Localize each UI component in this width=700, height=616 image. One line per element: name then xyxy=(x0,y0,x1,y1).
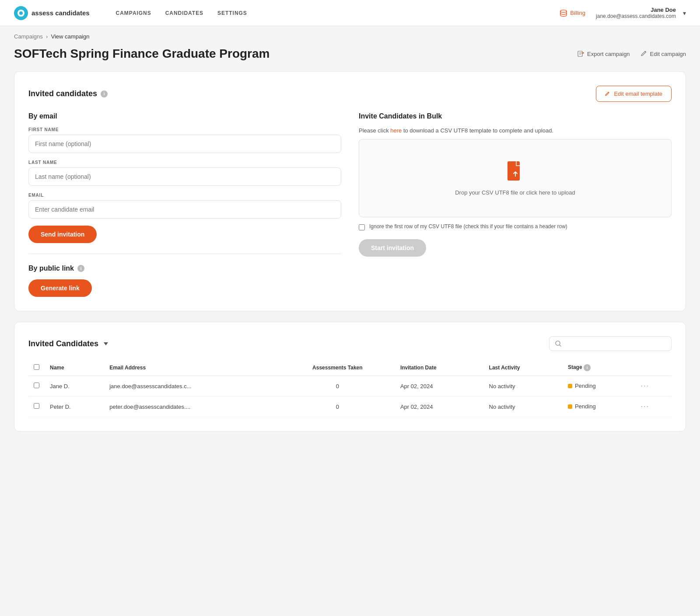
row-assessments-0: 0 xyxy=(280,376,395,397)
status-label-0: Pending xyxy=(575,383,596,389)
csv-header-label: Ignore the first row of my CSV UTF8 file… xyxy=(369,223,567,230)
breadcrumb-current: View campaign xyxy=(51,33,90,40)
public-link-info-icon[interactable]: i xyxy=(77,265,84,272)
status-dot-1 xyxy=(568,404,572,409)
edit-email-icon xyxy=(605,91,611,97)
invite-card-header: Invited candidates i Edit email template xyxy=(28,86,672,102)
logo-text: assess candidates xyxy=(32,9,90,17)
page-title: SOFTech Spring Finance Graduate Program xyxy=(14,47,270,61)
col-stage: Stage i xyxy=(563,360,636,376)
nav-settings[interactable]: SETTINGS xyxy=(217,10,247,16)
table-header-row: Name Email Address Assessments Taken Inv… xyxy=(28,360,672,376)
bulk-description: Please click here to download a CSV UTF8… xyxy=(359,127,672,134)
table-body: Jane D. jane.doe@assesscandidates.c... 0… xyxy=(28,376,672,417)
table-title: Invited Candidates xyxy=(28,339,108,348)
nav-right: Billing Jane Doe jane.doe@assess.candida… xyxy=(560,7,686,19)
filter-icon[interactable] xyxy=(104,342,108,345)
edit-campaign-button[interactable]: Edit campaign xyxy=(640,50,686,57)
generate-link-button[interactable]: Generate link xyxy=(28,279,92,297)
row-invitation-date-1: Apr 02, 2024 xyxy=(395,397,484,417)
row-assessments-1: 0 xyxy=(280,397,395,417)
export-icon xyxy=(578,50,584,57)
col-assessments: Assessments Taken xyxy=(280,360,395,376)
select-all-col xyxy=(28,360,45,376)
page-header: SOFTech Spring Finance Graduate Program … xyxy=(0,43,700,71)
svg-rect-4 xyxy=(578,51,582,56)
export-campaign-button[interactable]: Export campaign xyxy=(578,50,630,57)
row-email-0: jane.doe@assesscandidates.c... xyxy=(104,376,280,397)
send-invitation-button[interactable]: Send invitation xyxy=(28,226,97,243)
first-name-input[interactable] xyxy=(28,135,341,153)
user-menu[interactable]: Jane Doe jane.doe@assess.candidates.com … xyxy=(596,7,686,19)
navbar: assess candidates CAMPAIGNS CANDIDATES S… xyxy=(0,0,700,26)
row-menu-1[interactable]: ··· xyxy=(641,403,649,410)
invited-candidates-title: Invited candidates i xyxy=(28,89,108,98)
invited-candidates-info-icon[interactable]: i xyxy=(101,90,108,97)
col-email: Email Address xyxy=(104,360,280,376)
stage-info-icon[interactable]: i xyxy=(584,364,591,371)
search-icon xyxy=(555,340,562,347)
col-name: Name xyxy=(45,360,104,376)
nav-campaigns[interactable]: CAMPAIGNS xyxy=(116,10,151,16)
select-all-checkbox[interactable] xyxy=(34,364,39,370)
start-invitation-button[interactable]: Start invitation xyxy=(359,239,426,257)
search-input[interactable] xyxy=(565,341,666,347)
csv-upload-area[interactable]: Drop your CSV UTF8 file or click here to… xyxy=(359,139,672,217)
status-dot-0 xyxy=(568,384,572,388)
nav-links: CAMPAIGNS CANDIDATES SETTINGS xyxy=(116,10,542,16)
row-invitation-date-0: Apr 02, 2024 xyxy=(395,376,484,397)
row-name-1: Peter D. xyxy=(45,397,104,417)
row-stage-0: Pending xyxy=(563,376,636,397)
user-name: Jane Doe xyxy=(596,7,676,13)
by-email-title: By email xyxy=(28,112,341,120)
row-name-0: Jane D. xyxy=(45,376,104,397)
user-dropdown-icon[interactable]: ▾ xyxy=(683,10,686,17)
billing-label: Billing xyxy=(570,10,585,16)
public-link-section: By public link i Generate link xyxy=(28,264,341,297)
status-label-1: Pending xyxy=(575,403,596,410)
header-actions: Export campaign Edit campaign xyxy=(578,50,686,57)
row-checkbox-0[interactable] xyxy=(34,383,39,388)
upload-text: Drop your CSV UTF8 file or click here to… xyxy=(370,189,661,196)
bulk-upload-section: Invite Candidates in Bulk Please click h… xyxy=(359,112,672,297)
public-link-title: By public link i xyxy=(28,264,341,272)
csv-header-checkbox[interactable] xyxy=(359,224,365,230)
search-box[interactable] xyxy=(549,336,672,351)
breadcrumb-parent[interactable]: Campaigns xyxy=(14,33,43,40)
svg-point-2 xyxy=(19,11,23,15)
invite-two-col: By email FIRST NAME LAST NAME EMAIL Send… xyxy=(28,112,672,297)
last-name-label: LAST NAME xyxy=(28,160,341,165)
email-label: EMAIL xyxy=(28,193,341,198)
svg-rect-5 xyxy=(508,161,520,181)
last-name-field: LAST NAME xyxy=(28,160,341,193)
nav-candidates[interactable]: CANDIDATES xyxy=(165,10,203,16)
table-row: Jane D. jane.doe@assesscandidates.c... 0… xyxy=(28,376,672,397)
edit-email-template-button[interactable]: Edit email template xyxy=(596,86,672,102)
breadcrumb: Campaigns › View campaign xyxy=(0,26,700,43)
logo[interactable]: assess candidates xyxy=(14,6,90,20)
email-input[interactable] xyxy=(28,200,341,219)
email-field: EMAIL xyxy=(28,193,341,226)
col-actions xyxy=(636,360,672,376)
invite-card: Invited candidates i Edit email template… xyxy=(14,71,686,311)
table-card-header: Invited Candidates xyxy=(28,336,672,351)
invited-candidates-card: Invited Candidates Name Email Address xyxy=(14,322,686,432)
last-name-input[interactable] xyxy=(28,167,341,186)
main-content: Invited candidates i Edit email template… xyxy=(0,71,700,456)
row-stage-1: Pending xyxy=(563,397,636,417)
row-last-activity-1: No activity xyxy=(484,397,563,417)
first-name-label: FIRST NAME xyxy=(28,127,341,132)
bulk-title: Invite Candidates in Bulk xyxy=(359,112,672,120)
csv-header-checkbox-row: Ignore the first row of my CSV UTF8 file… xyxy=(359,223,672,230)
export-label: Export campaign xyxy=(587,51,630,57)
row-menu-0[interactable]: ··· xyxy=(641,382,649,390)
bulk-download-link[interactable]: here xyxy=(390,127,402,134)
svg-point-3 xyxy=(560,10,567,12)
row-last-activity-0: No activity xyxy=(484,376,563,397)
row-email-1: peter.doe@assesscandidates.... xyxy=(104,397,280,417)
user-email: jane.doe@assess.candidates.com xyxy=(596,13,676,19)
upload-file-icon xyxy=(370,160,661,185)
billing-button[interactable]: Billing xyxy=(560,9,585,17)
edit-icon xyxy=(640,50,648,57)
row-checkbox-1[interactable] xyxy=(34,403,39,409)
